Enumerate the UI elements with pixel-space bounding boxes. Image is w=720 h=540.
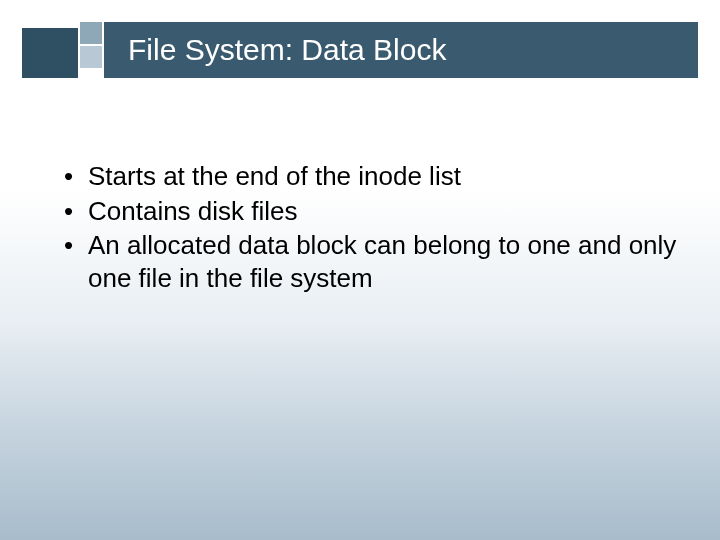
logo-block-small-top [80, 22, 102, 44]
logo-block-small-bottom [80, 46, 102, 68]
title-bar: File System: Data Block [22, 22, 698, 78]
logo-blocks [22, 22, 104, 78]
slide-title: File System: Data Block [128, 33, 446, 67]
logo-block-large [22, 28, 78, 78]
bullet-item: An allocated data block can belong to on… [60, 229, 680, 294]
bullet-item: Starts at the end of the inode list [60, 160, 680, 193]
bullet-item: Contains disk files [60, 195, 680, 228]
slide-content: Starts at the end of the inode list Cont… [60, 160, 680, 296]
title-strip: File System: Data Block [104, 22, 698, 78]
bullet-list: Starts at the end of the inode list Cont… [60, 160, 680, 294]
